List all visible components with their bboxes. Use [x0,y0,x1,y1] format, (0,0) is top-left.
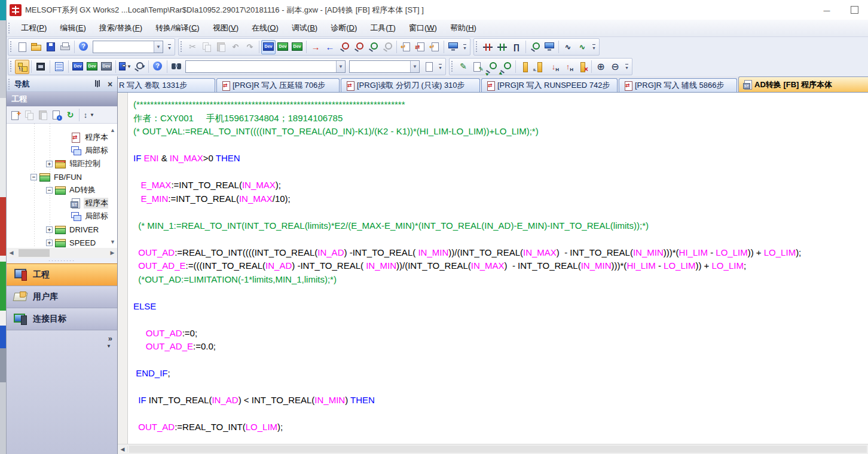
redo-button[interactable] [243,40,257,54]
close-icon[interactable]: × [105,79,115,90]
tree-item-局部标[interactable]: 局部标 [7,210,108,223]
menu-item-9[interactable]: 工具(T) [363,20,402,36]
doc-jump1-button[interactable] [399,40,413,54]
paste-data-button[interactable] [36,108,50,122]
cross-reference-button[interactable] [169,60,184,74]
jump-up-button[interactable] [561,60,575,74]
find-device-2-button[interactable] [352,40,366,54]
toolbar2-combobox[interactable]: ▼ [349,60,420,73]
scroll-thumb[interactable] [19,249,50,257]
document-tab-4[interactable]: [PRG]R 写入 RUNSPEED 742步 [481,78,618,92]
dev-statement-button[interactable] [85,60,99,74]
tree-item-AD转换[interactable]: −AD转换 [7,183,108,197]
menu-item-8[interactable]: 诊断(D) [324,20,363,36]
cut-button[interactable] [185,40,200,54]
mark1-button[interactable] [518,60,532,74]
toolbar-overflow-chevron[interactable] [436,60,444,74]
menu-item-3[interactable]: 搜索/替换(F) [93,20,149,36]
sort-button[interactable]: ▼ [81,108,95,122]
toolbar-grip[interactable] [10,41,13,53]
more-buttons-arrow-icon[interactable]: ▼ [106,343,111,349]
minimize-button[interactable] [813,0,841,20]
dev-write-button[interactable] [261,40,276,54]
tree-item-局部标[interactable]: 局部标 [7,144,108,157]
nav-button-用户库[interactable]: 用户库 [7,286,117,308]
expand-plus-icon[interactable]: + [46,161,53,167]
toolbar2-combobox[interactable]: ▼ [185,60,346,73]
nav-button-连接目标[interactable]: 连接目标 [7,308,117,330]
mark-x-button[interactable] [575,60,589,74]
scroll-up-icon[interactable]: ▲ [108,126,117,135]
find-prev-button[interactable] [485,60,499,74]
scroll-thumb[interactable] [129,446,867,453]
new-file-button[interactable] [15,40,29,54]
combobox-arrow-icon[interactable]: ▼ [154,41,163,53]
document-tab-3[interactable]: [PRG]读取 分切刀 (只读) 310步 [341,78,480,92]
sample1-button[interactable] [561,40,575,54]
tree-item-辊距控制[interactable]: +辊距控制 [7,157,108,170]
toolbar-overflow-chevron[interactable] [590,40,598,54]
menu-item-4[interactable]: 转换/编译(C) [149,20,206,36]
menu-item-6[interactable]: 在线(O) [245,20,285,36]
document-tab-6[interactable]: AD转换 [FB] 程序本体 [738,76,868,92]
copy-data-button[interactable] [22,108,36,122]
toolbar-grip[interactable] [181,41,184,53]
sample2-button[interactable] [575,40,589,54]
menu-item-2[interactable]: 编辑(E) [53,20,92,36]
scroll-right-icon[interactable]: ▶ [108,250,117,256]
jump-down-button[interactable] [546,60,561,74]
find-next-button[interactable] [499,60,514,74]
st-editor[interactable]: (***************************************… [118,93,868,454]
dev-comment-button[interactable] [71,60,85,74]
menu-item-10[interactable]: 窗口(W) [402,20,444,36]
save-button[interactable] [44,40,58,54]
find-device-5-button[interactable] [528,40,542,54]
scroll-left-icon[interactable]: ◀ [118,446,128,452]
doc-jump2-button[interactable] [413,40,427,54]
find-device-3-button[interactable] [366,40,380,54]
menu-item-1[interactable]: 工程(P) [14,20,53,36]
expand-plus-icon[interactable]: + [46,240,53,246]
property-button[interactable] [50,108,63,122]
nav-button-工程[interactable]: 工程 [7,263,117,286]
zoom-out-button[interactable] [608,60,622,74]
toolbar-overflow-chevron[interactable] [623,60,631,74]
find-device-4-button[interactable] [380,40,395,54]
pin-icon[interactable] [92,79,103,90]
undo-button[interactable] [228,40,243,54]
toolbar1-combobox[interactable]: ▼ [93,41,163,53]
module-config-button[interactable] [33,60,48,74]
tree-item-程序本[interactable]: 程序本 [7,131,108,144]
xfer-write-button[interactable] [323,40,337,54]
pulse-button[interactable] [509,40,524,54]
scroll-left-icon[interactable]: ◀ [7,250,16,256]
document-tab-2[interactable]: [PRG]R 写入 压延辊 706步 [216,78,340,92]
dropdown-arrow-icon[interactable]: ▼ [127,64,132,69]
open-file-button[interactable] [29,40,44,54]
ladder-open-button[interactable] [481,40,495,54]
menu-item-5[interactable]: 视图(V) [206,20,245,36]
menu-item-7[interactable]: 调试(B) [285,20,324,36]
new-data-button[interactable] [8,108,22,122]
mark-il-button[interactable] [532,60,546,74]
tree-item-程序本[interactable]: 程序本 [7,197,108,210]
toolbar-overflow-chevron[interactable] [461,40,469,54]
toolbar-grip[interactable] [10,61,13,72]
find-device-1-button[interactable] [337,40,352,54]
monitor-go-button[interactable] [542,40,557,54]
dev-note-button[interactable] [99,60,114,74]
nav-splitter-handle[interactable]: ········· [7,258,117,263]
menu-item-11[interactable]: 帮助(H) [444,20,483,36]
combobox-arrow-icon[interactable]: ▼ [336,61,345,72]
device-search-button[interactable]: ▼ [132,60,146,74]
collapse-minus-icon[interactable]: − [30,174,37,180]
document-tab-1[interactable]: R 写入 卷取 1331步 [118,78,215,92]
nav-grip[interactable] [8,79,12,90]
refresh-button[interactable] [63,108,77,122]
dev-display-button[interactable]: ▼ [118,60,132,74]
tree-horizontal-scrollbar[interactable]: ◀ ▶ [7,248,117,258]
tree-item-FB/FUN[interactable]: −FB/FUN [7,170,108,183]
paste-button[interactable] [214,40,228,54]
help2-button[interactable] [151,60,165,74]
project-tree-button[interactable] [15,60,29,74]
